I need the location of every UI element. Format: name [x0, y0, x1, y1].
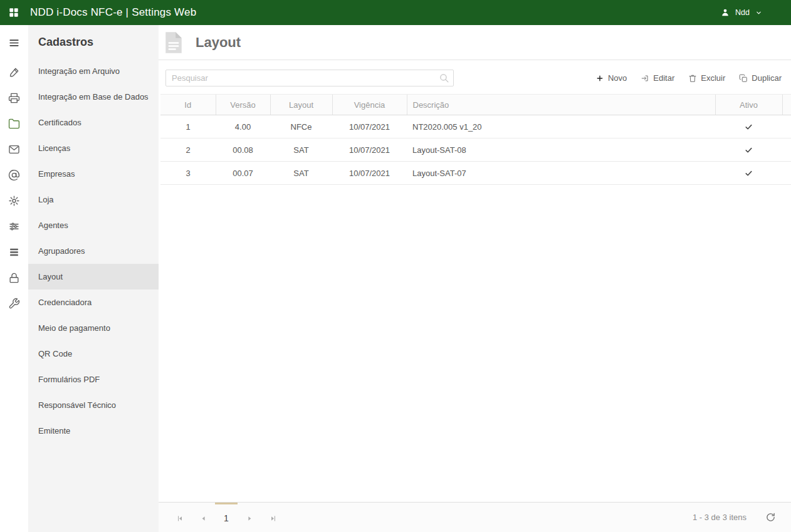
sidebar-item-label: Empresas [38, 169, 75, 179]
cell-versao: 00.07 [216, 162, 270, 185]
sidebar-item-label: QR Code [38, 349, 72, 358]
sidebar-item-certificados[interactable]: Certificados [28, 110, 159, 135]
mail-icon [8, 143, 20, 155]
toolbar-button-label: Editar [653, 73, 674, 83]
table-row[interactable]: 2 00.08 SAT 10/07/2021 Layout-SAT-08 [160, 138, 791, 162]
cell-ativo [715, 138, 782, 162]
sidebar-item-emitente[interactable]: Emitente [28, 418, 159, 444]
search-icon[interactable] [439, 73, 449, 83]
toolbar-button-label: Novo [608, 73, 627, 83]
brush-icon [8, 66, 20, 78]
pager-right: 1 - 3 de 3 itens [693, 503, 776, 532]
sidebar-item-credenciadora[interactable]: Credenciadora [28, 289, 159, 315]
sidebar-item-qr-code[interactable]: QR Code [28, 341, 159, 367]
rail-item-layers[interactable] [0, 239, 28, 265]
rail-item-sliders[interactable] [0, 214, 28, 239]
search-input[interactable] [165, 70, 454, 86]
sidebar-item-integra-o-em-base-de-dados[interactable]: Integração em Base de Dados [28, 84, 159, 110]
grid: Id Versão Layout Vigência Descrição Ativ… [159, 94, 791, 502]
toolbar-button-edit[interactable]: Editar [641, 73, 674, 83]
rail-item-gear[interactable] [0, 188, 28, 214]
prev-page-button[interactable] [191, 503, 215, 532]
sidebar-item-label: Licenças [38, 143, 70, 153]
refresh-button[interactable] [765, 512, 776, 523]
rail-item-wrench[interactable] [0, 291, 28, 316]
page-header: Layout [159, 25, 791, 60]
folder-icon [8, 118, 20, 130]
first-page-button[interactable] [167, 503, 191, 532]
rail-item-printer[interactable] [0, 85, 28, 111]
rail-item-brush[interactable] [0, 60, 28, 85]
page-number-button[interactable]: 1 [215, 503, 238, 532]
layout-table: Id Versão Layout Vigência Descrição Ativ… [160, 94, 791, 185]
column-header[interactable]: Versão [216, 95, 270, 115]
apps-grid-button[interactable] [8, 6, 20, 19]
edit-icon [641, 74, 649, 83]
rail-item-mail[interactable] [0, 137, 28, 162]
check-icon [744, 145, 753, 155]
table-row[interactable]: 1 4.00 NFCe 10/07/2021 NT2020.005 v1_20 [160, 115, 791, 138]
cell-descricao: Layout-SAT-08 [407, 138, 715, 162]
cell-filler [782, 115, 791, 138]
sidebar-item-empresas[interactable]: Empresas [28, 161, 159, 187]
chevron-right-icon [245, 514, 254, 523]
next-page-button[interactable] [238, 503, 261, 532]
sidebar-item-layout[interactable]: Layout [28, 264, 159, 289]
sidebar-item-label: Layout [38, 272, 63, 281]
sidebar-item-label: Meio de pagamento [38, 323, 110, 333]
pager: 1 1 - 3 de 3 itens [159, 502, 791, 532]
main-content: Layout Novo Editar [159, 25, 791, 532]
sidebar-item-agentes[interactable]: Agentes [28, 212, 159, 238]
cell-vigencia: 10/07/2021 [332, 138, 407, 162]
rail-item-folder[interactable] [0, 111, 28, 137]
toolbar-button-label: Excluir [701, 73, 725, 83]
sidebar-item-meio-de-pagamento[interactable]: Meio de pagamento [28, 315, 159, 341]
action-buttons: Novo Editar Excluir Duplicar [595, 73, 782, 83]
last-page-icon [269, 514, 278, 523]
toolbar: Novo Editar Excluir Duplicar [159, 60, 791, 94]
check-icon [744, 122, 753, 132]
sidebar-item-integra-o-em-arquivo[interactable]: Integração em Arquivo [28, 58, 159, 84]
grid-body: 1 4.00 NFCe 10/07/2021 NT2020.005 v1_20 [160, 115, 791, 185]
refresh-icon [765, 512, 776, 523]
sidebar-item-agrupadores[interactable]: Agrupadores [28, 238, 159, 264]
cell-ativo [715, 115, 782, 138]
user-menu[interactable]: Ndd [720, 8, 763, 18]
rail-item-at-sign[interactable] [0, 162, 28, 188]
cell-layout: SAT [270, 138, 332, 162]
sidebar-item-licen-as[interactable]: Licenças [28, 135, 159, 161]
column-header[interactable]: Id [160, 95, 216, 115]
lock-icon [8, 272, 20, 284]
column-header[interactable]: Ativo [715, 95, 782, 115]
cell-versao: 00.08 [216, 138, 270, 162]
sidebar-item-formul-rios-pdf[interactable]: Formulários PDF [28, 367, 159, 392]
column-header[interactable]: Descrição [407, 95, 715, 115]
toolbar-button-label: Duplicar [752, 73, 782, 83]
sidebar-item-loja[interactable]: Loja [28, 187, 159, 212]
at-sign-icon [8, 169, 20, 181]
cell-ativo [715, 162, 782, 185]
sidebar-title: Cadastros [28, 25, 159, 58]
column-header[interactable]: Layout [270, 95, 332, 115]
column-header[interactable]: Vigência [332, 95, 407, 115]
toolbar-button-copy[interactable]: Duplicar [739, 73, 782, 83]
icon-rail [0, 25, 28, 532]
last-page-button[interactable] [261, 503, 285, 532]
sidebar-item-label: Certificados [38, 118, 81, 127]
table-row[interactable]: 3 00.07 SAT 10/07/2021 Layout-SAT-07 [160, 162, 791, 185]
trash-icon [688, 74, 697, 83]
check-icon [744, 169, 753, 178]
page-title: Layout [196, 34, 241, 51]
rail-item-lock[interactable] [0, 265, 28, 291]
cell-layout: NFCe [270, 115, 332, 138]
toolbar-button-plus[interactable]: Novo [595, 73, 627, 83]
topbar: NDD i-Docs NFC-e | Settings Web Ndd [0, 0, 791, 25]
plus-icon [595, 74, 604, 83]
rail-item-menu[interactable] [0, 30, 28, 56]
printer-icon [8, 92, 20, 104]
cell-filler [782, 162, 791, 185]
toolbar-button-trash[interactable]: Excluir [688, 73, 725, 83]
person-icon [720, 8, 730, 18]
sidebar-item-respons-vel-t-cnico[interactable]: Responsável Técnico [28, 392, 159, 418]
apps-grid-icon [8, 6, 20, 19]
